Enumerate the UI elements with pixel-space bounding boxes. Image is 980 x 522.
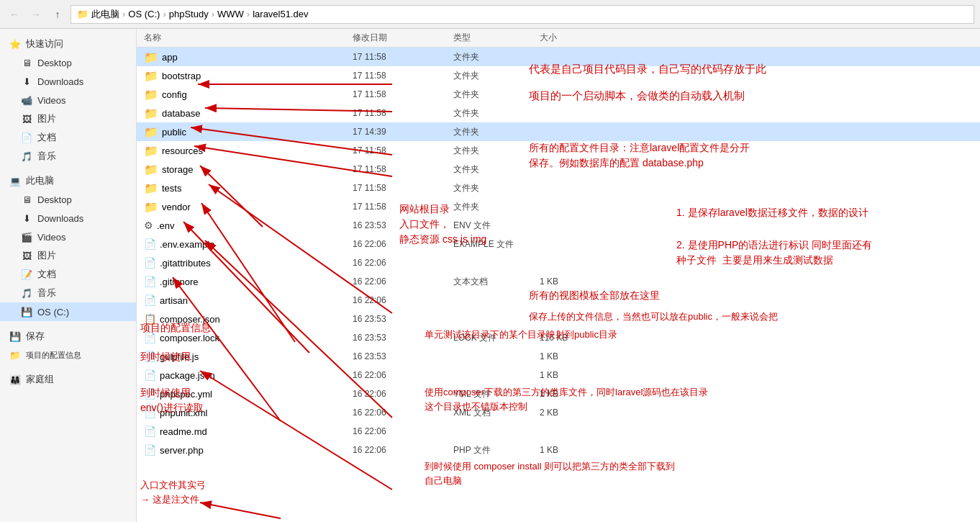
back-button[interactable]: ← (6, 6, 23, 23)
table-row[interactable]: 📄 phpunit.xml 16 22:06 XML 文档 2 KB (137, 403, 980, 422)
file-date-cell: 17 11:58 (353, 202, 453, 212)
file-size-cell: 1 KB (540, 370, 612, 380)
file-name: composer.lock (160, 333, 219, 343)
sidebar-item-config[interactable]: 📁 项目的配置信息 (0, 346, 136, 364)
table-row[interactable]: 📄 readme.md 16 22:06 (137, 422, 980, 441)
folder-icon: 📁 (144, 181, 158, 195)
col-header-size[interactable]: 大小 (540, 32, 612, 44)
sidebar-item-videos2[interactable]: 🎬 Videos (0, 228, 136, 246)
file-size-cell: 1 KB (540, 351, 612, 361)
sidebar-item-desktop[interactable]: 🖥 Desktop (0, 53, 136, 72)
table-row[interactable]: 📁 storage 17 11:58 文件夹 (137, 160, 980, 179)
file-icon: 📄 (144, 388, 156, 400)
sidebar-item-thispc[interactable]: 💻 此电脑 (0, 171, 136, 190)
table-row[interactable]: 📋 composer.json 16 23:53 (137, 310, 980, 328)
file-date-cell: 17 11:58 (353, 183, 453, 193)
table-row[interactable]: 📁 vendor 17 11:58 文件夹 (137, 197, 980, 216)
top-bar: ← → ↑ 📁 此电脑 › OS (C:) › phpStudy › WWW ›… (0, 0, 980, 29)
js-icon: 📄 (144, 351, 156, 362)
file-name-cell: 📁 app (137, 50, 353, 64)
file-date-cell: 16 22:06 (353, 258, 453, 268)
sidebar-item-downloads[interactable]: ⬇ Downloads (0, 72, 136, 91)
table-row[interactable]: 📁 app 17 11:58 文件夹 (137, 48, 980, 66)
sidebar-item-desktop2[interactable]: 🖥 Desktop (0, 190, 136, 209)
file-name-cell: ⚙ .env (137, 220, 353, 231)
pictures2-icon: 🖼 (20, 249, 33, 262)
file-name: vendor (162, 202, 191, 212)
file-type-cell: 文件夹 (453, 163, 540, 176)
file-name-cell: 📁 vendor (137, 200, 353, 214)
table-row[interactable]: 📁 resources 17 11:58 文件夹 (137, 141, 980, 160)
config-icon: 📁 (9, 348, 22, 361)
file-date-cell: 16 22:06 (353, 370, 453, 380)
folder-icon: 📁 (144, 163, 158, 176)
path-osc[interactable]: OS (C:) (128, 9, 160, 19)
star-icon: ⭐ (9, 37, 22, 50)
sidebar-item-documents2[interactable]: 📝 文档 (0, 265, 136, 284)
table-row[interactable]: 📄 artisan 16 22:06 (137, 291, 980, 310)
file-size-cell: 116 KB (540, 333, 612, 343)
path-www[interactable]: WWW (217, 9, 244, 19)
documents2-icon: 📝 (20, 268, 33, 281)
table-row[interactable]: 📄 server.php 16 22:06 PHP 文件 1 KB (137, 441, 980, 459)
file-date-cell: 17 11:58 (353, 145, 453, 156)
folder-icon: 📁 (144, 50, 158, 64)
file-name: readme.md (160, 426, 207, 437)
table-row[interactable]: 📁 public 17 14:39 文件夹 (137, 122, 980, 141)
forward-button[interactable]: → (27, 6, 45, 23)
table-row[interactable]: 📄 phpspec.yml 16 22:06 YML 文件 1 KB (137, 384, 980, 403)
up-button[interactable]: ↑ (49, 6, 66, 23)
path-phpstudy[interactable]: phpStudy (169, 9, 209, 19)
file-icon: 📄 (144, 332, 156, 343)
table-row[interactable]: 📁 database 17 11:58 文件夹 (137, 104, 980, 122)
sidebar-item-osc[interactable]: 💾 OS (C:) (0, 302, 136, 321)
env-icon: ⚙ (144, 220, 153, 231)
sidebar-item-quick-access[interactable]: ⭐ 快速访问 (0, 35, 136, 53)
table-row[interactable]: 📄 .gitattributes 16 22:06 (137, 253, 980, 272)
file-name-cell: 📄 package.json (137, 369, 353, 381)
sidebar-item-music2[interactable]: 🎵 音乐 (0, 284, 136, 302)
file-name-cell: 📄 composer.lock (137, 332, 353, 343)
table-row[interactable]: 📄 package.json 16 22:06 1 KB (137, 366, 980, 384)
sidebar: ⭐ 快速访问 🖥 Desktop ⬇ Downloads 📹 Videos 🖼 … (0, 29, 137, 522)
sidebar-item-pictures2[interactable]: 🖼 图片 (0, 246, 136, 265)
file-name-cell: 📋 composer.json (137, 313, 353, 325)
sidebar-item-pictures[interactable]: 🖼 图片 (0, 109, 136, 128)
table-row[interactable]: 📄 composer.lock 16 23:53 LOCK 文件 116 KB (137, 328, 980, 347)
table-row[interactable]: 📄 .env.example 16 22:06 EXAMPLE 文件 (137, 235, 980, 253)
table-row[interactable]: 📁 config 17 11:58 文件夹 (137, 85, 980, 104)
file-name-cell: 📄 server.php (137, 444, 353, 456)
file-type-cell: YML 文件 (453, 388, 540, 400)
sidebar-item-homegroup[interactable]: 👨‍👩‍👧 家庭组 (0, 370, 136, 389)
table-row[interactable]: ⚙ .env 16 23:53 ENV 文件 (137, 216, 980, 235)
file-name: bootstrap (162, 71, 201, 81)
col-header-date[interactable]: 修改日期 (353, 32, 453, 44)
table-row[interactable]: 📄 .gitignore 16 22:06 文本文档 1 KB (137, 272, 980, 291)
sidebar-item-videos[interactable]: 📹 Videos (0, 91, 136, 109)
file-type-cell: 文件夹 (453, 89, 540, 101)
table-row[interactable]: 📁 bootstrap 17 11:58 文件夹 (137, 66, 980, 85)
file-name-cell: 📁 public (137, 125, 353, 139)
file-icon: 📄 (144, 294, 156, 306)
table-row[interactable]: 📁 tests 17 11:58 文件夹 (137, 179, 980, 197)
documents-icon: 📄 (20, 131, 33, 144)
file-date-cell: 17 11:58 (353, 52, 453, 62)
path-thispc[interactable]: 此电脑 (91, 8, 119, 21)
sidebar-item-downloads2[interactable]: ⬇ Downloads (0, 209, 136, 228)
sidebar-item-music[interactable]: 🎵 音乐 (0, 147, 136, 166)
file-type-cell: 文件夹 (453, 107, 540, 120)
sidebar-item-documents[interactable]: 📄 文档 (0, 128, 136, 147)
file-date-cell: 17 11:58 (353, 164, 453, 174)
sidebar-item-save[interactable]: 💾 保存 (0, 327, 136, 346)
file-date-cell: 17 11:58 (353, 108, 453, 118)
path-laravel[interactable]: laravel51.dev (253, 9, 308, 19)
col-header-type[interactable]: 类型 (453, 32, 540, 44)
table-row[interactable]: 📄 gulpfile.js 16 23:53 1 KB (137, 347, 980, 366)
file-date-cell: 16 22:06 (353, 445, 453, 455)
file-type-cell: 文本文档 (453, 276, 540, 288)
file-size-cell: 2 KB (540, 408, 612, 418)
col-header-name[interactable]: 名称 (137, 32, 353, 44)
file-name: tests (162, 183, 181, 194)
music-icon: 🎵 (20, 150, 33, 163)
file-date-cell: 16 22:06 (353, 295, 453, 305)
